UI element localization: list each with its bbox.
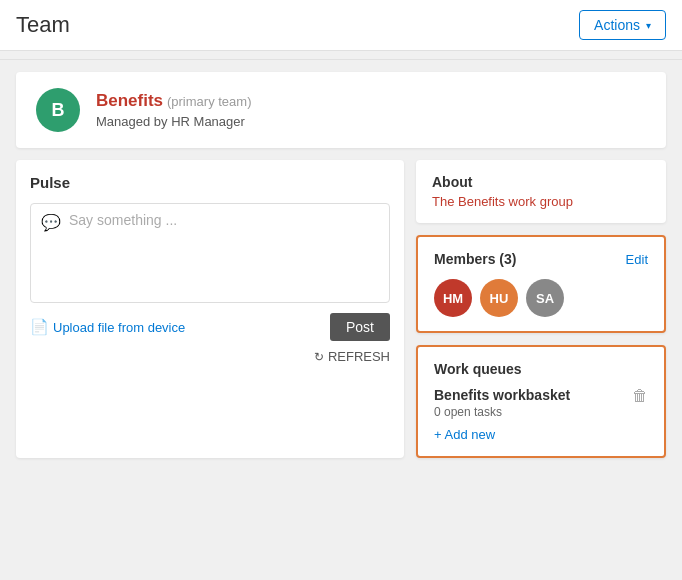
members-card: Members (3) Edit HM HU SA bbox=[416, 235, 666, 333]
members-avatars: HM HU SA bbox=[434, 279, 648, 317]
right-panel: About The Benefits work group Members (3… bbox=[416, 160, 666, 458]
workqueues-card: Work queues Benefits workbasket 0 open t… bbox=[416, 345, 666, 458]
workqueue-item: Benefits workbasket 0 open tasks 🗑 bbox=[434, 387, 648, 419]
workqueue-info: Benefits workbasket 0 open tasks bbox=[434, 387, 570, 419]
refresh-label: REFRESH bbox=[328, 349, 390, 364]
upload-icon: 📄 bbox=[30, 318, 49, 336]
about-description: The Benefits work group bbox=[432, 194, 650, 209]
about-card: About The Benefits work group bbox=[416, 160, 666, 223]
page-header: Team Actions ▾ bbox=[0, 0, 682, 51]
pulse-actions: 📄 Upload file from device Post bbox=[30, 313, 390, 341]
team-card: B Benefits (primary team) Managed by HR … bbox=[16, 72, 666, 148]
team-avatar: B bbox=[36, 88, 80, 132]
main-content: Pulse 💬 Say something ... 📄 Upload file … bbox=[0, 160, 682, 474]
member-avatar-hu: HU bbox=[480, 279, 518, 317]
pulse-input-area[interactable]: 💬 Say something ... bbox=[30, 203, 390, 303]
members-title: Members (3) bbox=[434, 251, 516, 267]
team-name-row: Benefits (primary team) bbox=[96, 91, 251, 111]
team-badge: (primary team) bbox=[167, 94, 252, 109]
team-managed-by: Managed by HR Manager bbox=[96, 114, 251, 129]
upload-label: Upload file from device bbox=[53, 320, 185, 335]
upload-file-link[interactable]: 📄 Upload file from device bbox=[30, 318, 185, 336]
workqueues-title: Work queues bbox=[434, 361, 648, 377]
member-avatar-hm: HM bbox=[434, 279, 472, 317]
pulse-placeholder: Say something ... bbox=[69, 212, 379, 228]
post-button[interactable]: Post bbox=[330, 313, 390, 341]
refresh-link[interactable]: ↻ REFRESH bbox=[30, 349, 390, 364]
pulse-panel: Pulse 💬 Say something ... 📄 Upload file … bbox=[16, 160, 404, 458]
comment-icon: 💬 bbox=[41, 213, 61, 232]
refresh-icon: ↻ bbox=[314, 350, 324, 364]
member-avatar-sa: SA bbox=[526, 279, 564, 317]
workqueue-tasks: 0 open tasks bbox=[434, 405, 570, 419]
workqueue-name: Benefits workbasket bbox=[434, 387, 570, 403]
pulse-title: Pulse bbox=[30, 174, 390, 191]
actions-button[interactable]: Actions ▾ bbox=[579, 10, 666, 40]
actions-label: Actions bbox=[594, 17, 640, 33]
add-new-workqueue-link[interactable]: + Add new bbox=[434, 427, 495, 442]
page-title: Team bbox=[16, 12, 70, 38]
team-name: Benefits bbox=[96, 91, 163, 110]
chevron-down-icon: ▾ bbox=[646, 20, 651, 31]
delete-workqueue-icon[interactable]: 🗑 bbox=[632, 387, 648, 405]
members-header: Members (3) Edit bbox=[434, 251, 648, 267]
about-title: About bbox=[432, 174, 650, 190]
team-info: Benefits (primary team) Managed by HR Ma… bbox=[96, 91, 251, 129]
header-divider bbox=[0, 59, 682, 60]
edit-members-link[interactable]: Edit bbox=[626, 252, 648, 267]
